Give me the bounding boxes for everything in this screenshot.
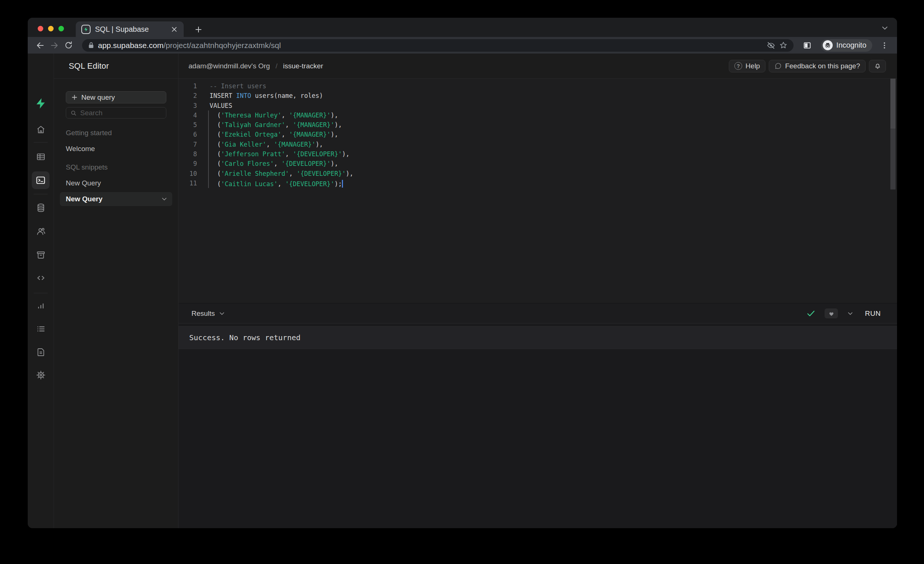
bell-icon — [874, 62, 882, 70]
line-number: 2 — [178, 91, 197, 100]
favorite-heart-button[interactable] — [825, 308, 838, 319]
line-numbers: 1234567891011 — [178, 79, 197, 303]
line-number: 3 — [178, 101, 197, 111]
settings-gear-icon[interactable] — [33, 368, 48, 382]
sql-editor-icon[interactable] — [32, 171, 50, 189]
search-icon — [70, 110, 76, 116]
chat-bubble-icon — [774, 63, 782, 70]
main-panel: adam@windmill.dev's Org / issue-tracker … — [178, 54, 897, 528]
api-docs-icon[interactable] — [33, 345, 48, 359]
supabase-logo-icon[interactable] — [33, 96, 48, 111]
bookmark-star-icon[interactable] — [779, 41, 788, 49]
incognito-badge: Incognito — [821, 39, 872, 52]
code-line-8[interactable]: ('Jefferson Pratt', '{DEVELOPER}'), — [210, 149, 897, 159]
section-label-sql-snippets: SQL snippets — [66, 163, 166, 171]
browser-menu-icon[interactable] — [878, 39, 891, 52]
chevron-down-icon — [162, 197, 167, 201]
breadcrumb-org[interactable]: adam@windmill.dev's Org — [189, 62, 270, 70]
database-icon[interactable] — [33, 200, 48, 215]
table-editor-icon[interactable] — [33, 149, 48, 164]
logs-icon[interactable] — [33, 321, 48, 336]
sql-editor-sidebar: SQL Editor New query Getting startedWelc… — [54, 54, 178, 528]
url-bar[interactable]: app.supabase.com/project/azahtnhqohyjerz… — [82, 39, 794, 52]
supabase-favicon-icon — [81, 25, 90, 34]
help-icon: ? — [734, 62, 742, 70]
supabase-app: SQL Editor New query Getting startedWelc… — [28, 54, 897, 528]
line-number: 1 — [178, 81, 197, 91]
browser-window: SQL | Supabase app.supabase.com/project/… — [28, 18, 897, 528]
notifications-button[interactable] — [869, 60, 886, 72]
code-line-11[interactable]: ('Caitlin Lucas', '{DEVELOPER}'); — [210, 178, 897, 188]
results-chevron-icon[interactable] — [219, 312, 225, 316]
sidebar-item-label: Welcome — [66, 145, 95, 153]
code-line-10[interactable]: ('Arielle Shepherd', '{DEVELOPER}'), — [210, 169, 897, 178]
line-number: 10 — [178, 169, 197, 178]
password-eye-off-icon[interactable] — [766, 41, 776, 50]
forward-icon[interactable] — [47, 39, 62, 52]
line-number: 7 — [178, 140, 197, 149]
reports-icon[interactable] — [33, 298, 48, 313]
incognito-label: Incognito — [836, 41, 866, 49]
feedback-button[interactable]: Feedback on this page? — [769, 60, 866, 72]
breadcrumb-project[interactable]: issue-tracker — [283, 62, 323, 70]
line-number: 5 — [178, 120, 197, 130]
help-button[interactable]: ? Help — [729, 60, 765, 72]
plus-icon — [71, 94, 78, 100]
home-icon[interactable] — [33, 122, 48, 137]
line-number: 9 — [178, 159, 197, 168]
line-number: 11 — [178, 178, 197, 188]
text-cursor — [342, 180, 343, 188]
sidebar-item-welcome[interactable]: Welcome — [66, 145, 166, 153]
line-number: 6 — [178, 130, 197, 139]
query-status-message: Success. No rows returned — [178, 326, 897, 349]
edge-functions-icon[interactable] — [33, 270, 48, 285]
sidebar-item-new-query[interactable]: New Query — [66, 179, 166, 187]
minimize-window-button[interactable] — [48, 26, 54, 31]
code-line-3[interactable]: VALUES — [210, 101, 897, 111]
new-query-button[interactable]: New query — [66, 91, 166, 103]
tab-overflow-chevron-icon[interactable] — [882, 26, 888, 30]
results-dropdown[interactable]: Results — [192, 310, 215, 318]
search-input[interactable] — [80, 109, 147, 117]
breadcrumb-separator: / — [275, 62, 277, 70]
lock-icon — [88, 42, 94, 49]
close-window-button[interactable] — [38, 26, 43, 31]
traffic-lights — [38, 26, 64, 31]
code-line-6[interactable]: ('Ezekiel Ortega', '{MANAGER}'), — [210, 130, 897, 139]
zoom-window-button[interactable] — [58, 26, 64, 31]
sidebar-item-label: New Query — [66, 179, 101, 187]
code-line-2[interactable]: INSERT INTO users(name, roles) — [210, 91, 897, 100]
tab-strip: SQL | Supabase — [28, 18, 897, 37]
reload-icon[interactable] — [62, 39, 75, 52]
tab-sql-supabase[interactable]: SQL | Supabase — [76, 21, 184, 37]
run-button[interactable]: RUN — [862, 308, 883, 319]
incognito-icon — [823, 40, 833, 50]
url-text: app.supabase.com/project/azahtnhqohyjerz… — [98, 41, 281, 50]
nav-rail — [28, 54, 54, 528]
indent-guide — [208, 111, 209, 188]
results-panel: Success. No rows returned — [178, 323, 897, 528]
sidebar-item-label: New Query — [66, 195, 102, 203]
breadcrumb: adam@windmill.dev's Org / issue-tracker — [189, 62, 323, 70]
new-tab-button[interactable] — [193, 24, 204, 35]
sql-code-editor[interactable]: 1234567891011 -- Insert usersINSERT INTO… — [178, 79, 897, 303]
code-line-1[interactable]: -- Insert users — [210, 81, 897, 91]
code-line-4[interactable]: ('Theresa Hurley', '{MANAGER}'), — [210, 111, 897, 120]
line-number: 4 — [178, 111, 197, 120]
sidebar-item-new-query-selected[interactable]: New Query — [60, 192, 172, 206]
code-line-5[interactable]: ('Taliyah Gardner', '{MANAGER}'), — [210, 120, 897, 130]
search-box[interactable] — [66, 107, 166, 118]
code-content[interactable]: -- Insert usersINSERT INTO users(name, r… — [210, 79, 897, 303]
code-line-7[interactable]: ('Gia Keller', '{MANAGER}'), — [210, 140, 897, 149]
auth-users-icon[interactable] — [33, 224, 48, 239]
editor-scrollbar[interactable] — [890, 79, 896, 190]
tab-close-icon[interactable] — [169, 24, 179, 34]
code-line-9[interactable]: ('Carlo Flores', '{DEVELOPER}'), — [210, 159, 897, 168]
back-icon[interactable] — [33, 39, 47, 52]
results-toolbar: Results RUN — [178, 303, 897, 323]
main-header: adam@windmill.dev's Org / issue-tracker … — [178, 54, 897, 79]
side-panel-icon[interactable] — [800, 39, 814, 52]
tab-title: SQL | Supabase — [95, 25, 169, 34]
storage-icon[interactable] — [33, 247, 48, 262]
run-options-chevron-icon[interactable] — [848, 312, 853, 316]
